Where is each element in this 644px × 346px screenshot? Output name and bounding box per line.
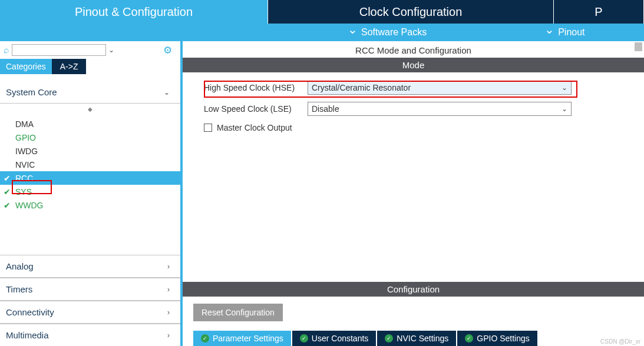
watermark: CSDN @Dir_xr bbox=[600, 338, 640, 345]
software-packs-menu[interactable]: Software Packs bbox=[348, 27, 427, 38]
hse-value: Crystal/Ceramic Resonator bbox=[312, 83, 411, 92]
chevron-down-icon bbox=[544, 27, 554, 38]
chevron-down-icon: ⌄ bbox=[562, 105, 567, 113]
tab-categories[interactable]: Categories bbox=[0, 59, 52, 74]
section-label: Connectivity bbox=[6, 307, 54, 317]
section-system-core[interactable]: System Core ⌄ bbox=[0, 80, 180, 104]
scroll-up-icon[interactable] bbox=[635, 42, 642, 51]
section-label: Analog bbox=[6, 261, 34, 271]
left-panel: ⌕ ⌄ ⚙ Categories A->Z System Core ⌄ ◆ DM… bbox=[0, 41, 183, 346]
config-title: RCC Mode and Configuration bbox=[183, 41, 644, 58]
gear-icon[interactable]: ⚙ bbox=[163, 44, 172, 56]
search-input[interactable] bbox=[12, 44, 106, 56]
list-item-dma[interactable]: DMA bbox=[0, 117, 180, 131]
ok-icon: ✓ bbox=[385, 334, 393, 342]
mco-checkbox[interactable] bbox=[204, 124, 212, 132]
list-item-wwdg[interactable]: ✔WWDG bbox=[0, 198, 180, 212]
section-multimedia[interactable]: Multimedia › bbox=[0, 324, 180, 346]
pinout-label: Pinout bbox=[558, 27, 584, 38]
tab-nvic-settings[interactable]: ✓NVIC Settings bbox=[377, 331, 456, 346]
tab-pinout-config[interactable]: Pinout & Configuration bbox=[0, 0, 268, 24]
ok-icon: ✓ bbox=[465, 334, 473, 342]
list-item-nvic[interactable]: NVIC bbox=[0, 158, 180, 171]
tab-gpio-settings[interactable]: ✓GPIO Settings bbox=[457, 331, 537, 346]
hse-select[interactable]: Crystal/Ceramic Resonator ⌄ bbox=[308, 81, 572, 95]
section-label: Timers bbox=[6, 284, 32, 294]
system-core-list: DMA GPIO IWDG NVIC ✔RCC ✔SYS ✔WWDG bbox=[0, 114, 180, 215]
hse-label: High Speed Clock (HSE) bbox=[204, 83, 308, 92]
section-label: Multimedia bbox=[6, 330, 49, 340]
list-item-iwdg[interactable]: IWDG bbox=[0, 144, 180, 158]
lse-label: Low Speed Clock (LSE) bbox=[204, 104, 308, 114]
pinout-menu[interactable]: Pinout bbox=[544, 27, 584, 38]
chevron-down-icon: ⌄ bbox=[164, 88, 170, 97]
chevron-down-icon: ⌄ bbox=[562, 84, 567, 92]
check-icon: ✔ bbox=[4, 187, 12, 197]
tab-third[interactable]: P bbox=[554, 0, 644, 24]
list-item-rcc[interactable]: ✔RCC bbox=[0, 171, 180, 185]
sub-toolbar: Software Packs Pinout bbox=[0, 24, 644, 41]
check-icon: ✔ bbox=[4, 201, 12, 210]
chevron-right-icon: › bbox=[167, 285, 170, 294]
list-item-gpio[interactable]: GPIO bbox=[0, 131, 180, 144]
chevron-right-icon: › bbox=[167, 262, 170, 271]
section-timers[interactable]: Timers › bbox=[0, 278, 180, 301]
lse-value: Disable bbox=[312, 104, 339, 114]
section-connectivity[interactable]: Connectivity › bbox=[0, 301, 180, 324]
chevron-down-icon bbox=[348, 27, 358, 38]
check-icon: ✔ bbox=[4, 174, 12, 183]
mode-header: Mode bbox=[183, 58, 644, 72]
ok-icon: ✓ bbox=[201, 334, 209, 342]
section-analog[interactable]: Analog › bbox=[0, 255, 180, 278]
mco-label: Master Clock Output bbox=[217, 123, 292, 132]
search-dropdown-icon[interactable]: ⌄ bbox=[108, 46, 114, 54]
software-packs-label: Software Packs bbox=[361, 27, 427, 38]
configuration-header: Configuration bbox=[183, 282, 644, 297]
chevron-right-icon: › bbox=[167, 308, 170, 317]
search-icon: ⌕ bbox=[4, 45, 9, 55]
top-tab-bar: Pinout & Configuration Clock Configurati… bbox=[0, 0, 644, 24]
tab-parameter-settings[interactable]: ✓Parameter Settings bbox=[193, 331, 291, 346]
ok-icon: ✓ bbox=[300, 334, 308, 342]
lse-select[interactable]: Disable ⌄ bbox=[308, 102, 572, 116]
tab-clock-config[interactable]: Clock Configuration bbox=[268, 0, 554, 24]
chevron-right-icon: › bbox=[167, 331, 170, 340]
tab-user-constants[interactable]: ✓User Constants bbox=[292, 331, 376, 346]
right-panel: RCC Mode and Configuration Mode High Spe… bbox=[183, 41, 644, 346]
drag-handle-icon[interactable]: ◆ bbox=[0, 106, 180, 112]
section-label: System Core bbox=[6, 87, 57, 97]
tab-a-to-z[interactable]: A->Z bbox=[52, 59, 87, 74]
list-item-sys[interactable]: ✔SYS bbox=[0, 185, 180, 198]
reset-configuration-button[interactable]: Reset Configuration bbox=[193, 304, 283, 321]
